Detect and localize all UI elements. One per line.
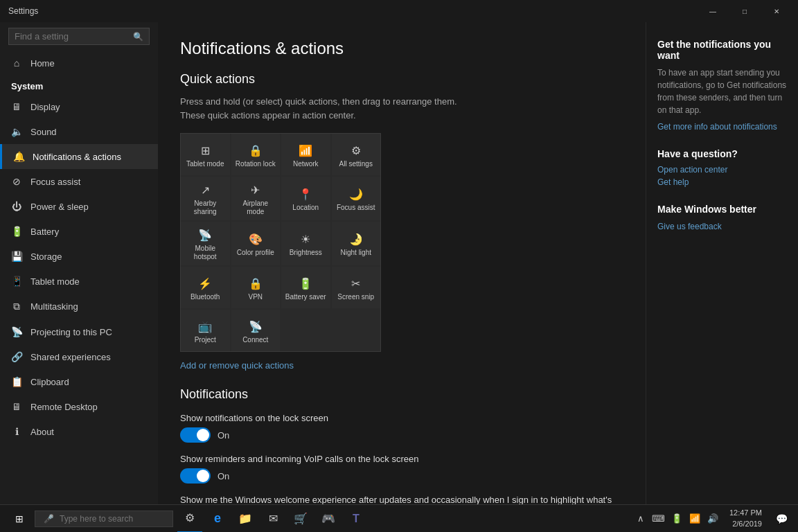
taskbar-icons: ⚙ e 📁 ✉ 🛒 🎮 T [177, 505, 369, 533]
tile-network[interactable]: 📶 Network [281, 134, 330, 175]
tile-color-profile[interactable]: 🎨 Color profile [231, 222, 281, 265]
sidebar-item-notifications-label: Notifications & actions [33, 152, 121, 162]
tile-night-light-label: Night light [341, 249, 371, 257]
search-input[interactable] [15, 31, 133, 42]
tile-night-light[interactable]: 🌛 Night light [332, 222, 381, 265]
right-get-notif-link[interactable]: Get more info about notifications [657, 122, 777, 132]
sidebar-item-battery-label: Battery [30, 227, 59, 237]
right-get-notif-text: To have an app start sending you notific… [657, 66, 787, 116]
systray-volume-icon[interactable]: 🔊 [704, 505, 721, 533]
sidebar-item-clipboard-label: Clipboard [30, 377, 69, 387]
tile-focus-assist[interactable]: 🌙 Focus assist [332, 177, 381, 220]
tile-all-settings-label: All settings [339, 160, 373, 168]
location-icon: 📍 [299, 188, 312, 201]
systray-battery-icon[interactable]: 🔋 [668, 505, 685, 533]
sidebar-item-about[interactable]: ℹ About [0, 419, 158, 444]
sidebar-item-clipboard[interactable]: 📋 Clipboard [0, 369, 158, 394]
tile-connect[interactable]: 📡 Connect [231, 310, 281, 351]
right-open-action-center-link[interactable]: Open action center [657, 165, 787, 175]
sidebar-item-multitasking[interactable]: ⧉ Multitasking [0, 294, 158, 319]
sidebar: 🔍 ⌂ Home System 🖥 Display 🔈 Sound 🔔 Noti… [0, 22, 158, 504]
systray-network-icon[interactable]: 📶 [686, 505, 703, 533]
tile-screen-snip-label: Screen snip [337, 293, 374, 301]
toggle-voip[interactable] [180, 468, 211, 484]
search-icon: 🔍 [133, 32, 143, 42]
sidebar-item-display[interactable]: 🖥 Display [0, 94, 158, 119]
tile-location-label: Location [292, 204, 319, 212]
night-light-icon: 🌛 [349, 233, 363, 246]
sidebar-item-home[interactable]: ⌂ Home [0, 51, 158, 76]
tile-color-profile-label: Color profile [237, 249, 274, 257]
tile-bluetooth[interactable]: ⚡ Bluetooth [181, 267, 230, 308]
taskbar-search[interactable]: 🎤 [35, 511, 173, 527]
tile-nearby-sharing[interactable]: ↗ Nearby sharing [181, 177, 230, 220]
tile-tablet-mode[interactable]: ⊞ Tablet mode [181, 134, 230, 175]
tablet-icon: 📱 [11, 276, 22, 287]
sidebar-item-focus[interactable]: ⊘ Focus assist [0, 169, 158, 194]
tile-battery-saver-label: Battery saver [285, 293, 326, 301]
quick-actions-desc: Press and hold (or select) quick actions… [180, 95, 623, 122]
taskbar-datetime[interactable]: 12:47 PM 2/6/2019 [724, 508, 768, 529]
tile-vpn[interactable]: 🔒 VPN [231, 267, 281, 308]
minimize-button[interactable]: — [697, 0, 729, 22]
tile-rotation-lock-label: Rotation lock [236, 160, 276, 168]
right-get-notif-title: Get the notifications you want [657, 39, 787, 61]
add-remove-quick-actions-link[interactable]: Add or remove quick actions [180, 360, 623, 371]
notifications-icon: 🔔 [13, 151, 24, 162]
taskbar-icon-store[interactable]: 🛒 [288, 505, 313, 533]
systray-keyboard-icon[interactable]: ⌨ [650, 505, 667, 533]
network-icon: 📶 [299, 144, 312, 157]
sidebar-item-storage[interactable]: 💾 Storage [0, 244, 158, 269]
systray-up-arrow[interactable]: ∧ [632, 505, 649, 533]
tile-connect-label: Connect [242, 336, 268, 344]
brightness-icon: ☀ [301, 233, 310, 246]
sidebar-item-shared[interactable]: 🔗 Shared experiences [0, 344, 158, 369]
tile-mobile-hotspot[interactable]: 📡 Mobile hotspot [181, 222, 230, 265]
sidebar-item-battery[interactable]: 🔋 Battery [0, 219, 158, 244]
maximize-button[interactable]: □ [729, 0, 761, 22]
tile-rotation-lock[interactable]: 🔒 Rotation lock [231, 134, 281, 175]
tile-airplane-mode-label: Airplane mode [234, 200, 278, 216]
tile-screen-snip[interactable]: ✂ Screen snip [332, 267, 381, 308]
sidebar-item-sound[interactable]: 🔈 Sound [0, 119, 158, 144]
right-get-help-link[interactable]: Get help [657, 177, 787, 187]
page-title: Notifications & actions [180, 39, 623, 58]
taskbar-icon-explorer[interactable]: 📁 [233, 505, 258, 533]
taskbar-icon-game[interactable]: 🎮 [316, 505, 341, 533]
toggle-voip-container: On [180, 468, 623, 484]
toggle-lock-screen-label: Show notifications on the lock screen [180, 413, 623, 423]
right-feedback-link[interactable]: Give us feedback [657, 222, 722, 231]
tile-all-settings[interactable]: ⚙ All settings [332, 134, 381, 175]
sidebar-item-projecting[interactable]: 📡 Projecting to this PC [0, 319, 158, 344]
taskbar-notification-center[interactable]: 💬 [770, 505, 792, 533]
tile-brightness[interactable]: ☀ Brightness [281, 222, 330, 265]
taskbar-icon-mail[interactable]: ✉ [260, 505, 285, 533]
bluetooth-icon: ⚡ [198, 277, 212, 290]
tile-battery-saver[interactable]: 🔋 Battery saver [281, 267, 330, 308]
tile-vpn-label: VPN [248, 293, 263, 301]
main-content: Notifications & actions Quick actions Pr… [158, 22, 646, 504]
taskbar-icon-ie[interactable]: e [205, 505, 230, 533]
right-section-get-notif: Get the notifications you want To have a… [657, 39, 787, 132]
close-button[interactable]: ✕ [761, 0, 792, 22]
notifications-title: Notifications [180, 387, 623, 402]
tile-project[interactable]: 📺 Project [181, 310, 230, 351]
storage-icon: 💾 [11, 251, 22, 262]
sidebar-item-power[interactable]: ⏻ Power & sleep [0, 194, 158, 219]
toggle-lock-screen[interactable] [180, 427, 211, 443]
sidebar-item-remote[interactable]: 🖥 Remote Desktop [0, 394, 158, 419]
toggle-voip-label: Show reminders and incoming VoIP calls o… [180, 454, 623, 464]
taskbar-icon-teams[interactable]: T [344, 505, 369, 533]
quick-actions-title: Quick actions [180, 72, 623, 87]
sidebar-item-tablet-label: Tablet mode [30, 276, 80, 287]
taskbar-search-input[interactable] [60, 514, 163, 524]
sidebar-item-tablet[interactable]: 📱 Tablet mode [0, 269, 158, 294]
tile-location[interactable]: 📍 Location [281, 177, 330, 220]
start-button[interactable]: ⊞ [6, 505, 33, 533]
tile-network-label: Network [293, 160, 319, 168]
tile-airplane-mode[interactable]: ✈ Airplane mode [231, 177, 281, 220]
search-container[interactable]: 🔍 [8, 28, 150, 45]
sidebar-item-notifications[interactable]: 🔔 Notifications & actions [0, 144, 158, 169]
app-body: 🔍 ⌂ Home System 🖥 Display 🔈 Sound 🔔 Noti… [0, 22, 798, 504]
taskbar-icon-settings[interactable]: ⚙ [177, 505, 202, 533]
